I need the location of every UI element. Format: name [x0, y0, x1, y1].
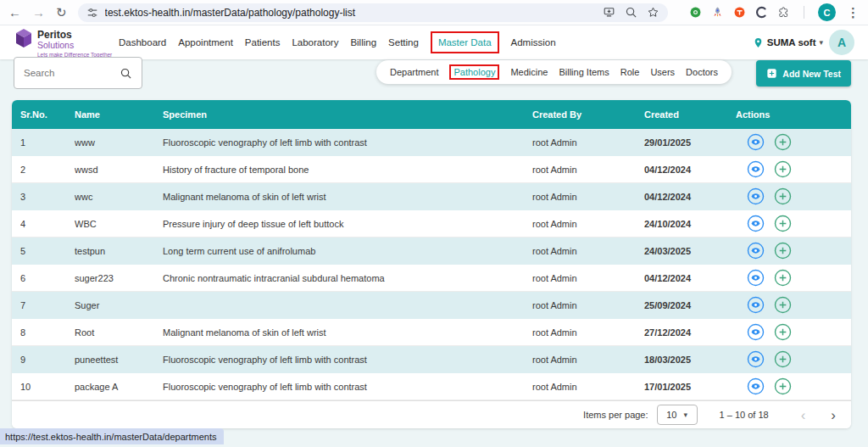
cell-created: 04/12/2024 — [644, 165, 736, 175]
reload-icon[interactable]: ↻ — [56, 6, 67, 19]
cell-sr-no: 4 — [20, 219, 75, 229]
add-icon[interactable] — [774, 350, 792, 368]
tab-item[interactable]: Doctors — [686, 67, 718, 77]
table-row[interactable]: 7 Suger root Admin 25/09/2024 — [12, 292, 851, 319]
search-icon[interactable] — [120, 67, 132, 80]
zoom-icon[interactable] — [625, 6, 637, 19]
cell-created: 04/12/2024 — [644, 192, 736, 202]
back-icon[interactable]: ← — [8, 6, 21, 19]
chevron-down-icon: ▾ — [683, 411, 687, 419]
search-input[interactable] — [24, 68, 120, 78]
cell-specimen: Malignant melanoma of skin of left wrist — [163, 327, 532, 338]
extension-icon-arc[interactable] — [755, 6, 768, 19]
table-row[interactable]: 1 www Fluoroscopic venography of left li… — [12, 129, 851, 156]
cell-specimen: Malignant melanoma of skin of left wrist — [163, 192, 532, 202]
next-page-icon[interactable]: › — [827, 408, 839, 422]
location-selector[interactable]: SUMA soft ▾ — [753, 36, 823, 49]
add-icon[interactable] — [774, 215, 792, 232]
cell-created: 17/01/2025 — [644, 382, 736, 392]
view-icon[interactable] — [747, 215, 765, 232]
nav-item[interactable]: Laboratory — [292, 37, 338, 47]
tab-item[interactable]: Users — [650, 67, 675, 77]
bookmark-star-icon[interactable] — [647, 6, 659, 19]
table-row[interactable]: 8 Root Malignant melanoma of skin of lef… — [12, 319, 851, 346]
cell-name: WBC — [75, 219, 163, 229]
send-to-device-icon[interactable] — [603, 6, 615, 19]
address-bar[interactable]: test.ektos-health.in/masterData/patholog… — [78, 3, 669, 22]
previous-page-icon[interactable]: ‹ — [798, 408, 810, 422]
cell-specimen: History of fracture of temporal bone — [163, 165, 532, 175]
logo-cube-icon — [14, 27, 34, 53]
cell-specimen: Fluoroscopic venography of left limb wit… — [163, 137, 532, 148]
cell-name: Suger — [75, 300, 163, 310]
browser-menu-icon[interactable]: ⋮ — [847, 5, 860, 20]
browser-window: ← → ↻ test.ektos-health.in/masterData/pa… — [0, 0, 868, 447]
table-row[interactable]: 4 WBC Pressure injury of deep tissue of … — [12, 210, 851, 237]
nav-item[interactable]: Setting — [388, 37, 419, 47]
tab-item[interactable]: Pathology — [449, 64, 499, 80]
view-icon[interactable] — [747, 350, 765, 368]
cell-name: wwsd — [75, 165, 163, 175]
pathology-table: Sr.No. Name Specimen Created By Created … — [12, 100, 851, 428]
cell-created-by: root Admin — [532, 273, 644, 283]
view-icon[interactable] — [747, 269, 765, 287]
extension-icon-green[interactable] — [689, 6, 702, 19]
items-per-page-select[interactable]: 10 ▾ — [657, 405, 698, 425]
nav-item[interactable]: Dashboard — [119, 37, 166, 47]
status-bar-link: https://test.ektos-health.in/masterData/… — [0, 428, 224, 444]
view-icon[interactable] — [747, 323, 765, 341]
add-icon[interactable] — [774, 133, 792, 151]
add-icon[interactable] — [774, 269, 792, 287]
table-header-row: Sr.No. Name Specimen Created By Created … — [12, 100, 851, 129]
table-row[interactable]: 3 wwc Malignant melanoma of skin of left… — [12, 183, 851, 210]
cell-actions — [736, 187, 851, 205]
cell-sr-no: 10 — [20, 382, 75, 392]
plus-square-icon — [766, 68, 777, 79]
cell-sr-no: 3 — [20, 192, 75, 202]
add-icon[interactable] — [774, 242, 792, 260]
tab-item[interactable]: Billing Items — [559, 67, 609, 77]
user-avatar[interactable]: A — [829, 30, 854, 55]
add-icon[interactable] — [774, 296, 792, 314]
view-icon[interactable] — [747, 160, 765, 178]
browser-profile-avatar[interactable]: C — [818, 3, 836, 21]
extension-icon-orange[interactable] — [733, 6, 746, 19]
nav-item[interactable]: Billing — [350, 37, 376, 47]
nav-item[interactable]: Patients — [245, 37, 281, 47]
forward-icon[interactable]: → — [32, 6, 45, 19]
cell-created-by: root Admin — [532, 382, 644, 392]
app-logo[interactable]: Peritos Solutions Lets make Difference T… — [14, 27, 117, 58]
view-icon[interactable] — [747, 187, 765, 205]
table-row[interactable]: 6 suger223 Chronic nontraumatic intracra… — [12, 265, 851, 292]
tab-item[interactable]: Department — [390, 67, 438, 77]
extension-icon-rocket[interactable] — [711, 6, 724, 19]
cell-actions — [736, 215, 851, 232]
table-row[interactable]: 10 package A Fluoroscopic venography of … — [12, 373, 851, 400]
tab-item[interactable]: Medicine — [510, 67, 548, 77]
nav-item[interactable]: Appointment — [178, 37, 233, 47]
cell-sr-no: 9 — [20, 355, 75, 365]
tab-item[interactable]: Role — [620, 67, 640, 77]
view-icon[interactable] — [747, 377, 765, 395]
view-icon[interactable] — [747, 242, 765, 260]
add-new-test-button[interactable]: Add New Test — [756, 60, 851, 87]
site-settings-icon[interactable] — [86, 7, 98, 19]
location-pin-icon — [753, 36, 764, 49]
add-icon[interactable] — [774, 187, 792, 205]
table-row[interactable]: 2 wwsd History of fracture of temporal b… — [12, 156, 851, 183]
add-icon[interactable] — [774, 377, 792, 395]
url-text[interactable]: test.ektos-health.in/masterData/patholog… — [105, 7, 597, 19]
view-icon[interactable] — [747, 133, 765, 151]
nav-item[interactable]: Master Data — [431, 31, 499, 53]
add-icon[interactable] — [774, 323, 792, 341]
extensions-puzzle-icon[interactable] — [777, 6, 790, 19]
add-icon[interactable] — [774, 160, 792, 178]
cell-created: 27/12/2024 — [644, 327, 736, 338]
view-icon[interactable] — [747, 296, 765, 314]
search-box[interactable] — [14, 57, 142, 89]
nav-item[interactable]: Admission — [511, 37, 556, 47]
table-row[interactable]: 5 testpun Long term current use of anifr… — [12, 237, 851, 265]
cell-sr-no: 5 — [20, 246, 75, 256]
table-row[interactable]: 9 puneettest Fluoroscopic venography of … — [12, 346, 851, 373]
cell-created-by: root Admin — [532, 165, 644, 175]
